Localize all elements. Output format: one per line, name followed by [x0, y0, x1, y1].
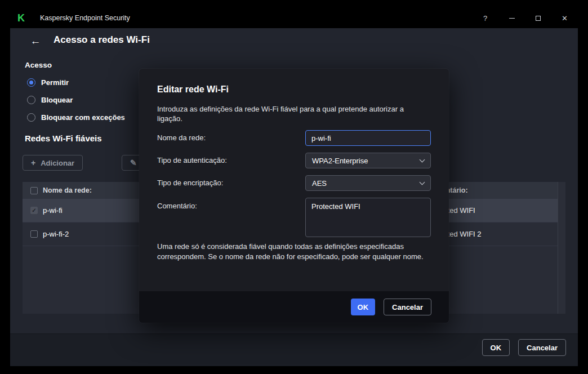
check-icon: ✓: [32, 208, 36, 213]
radio-selected-icon: [27, 78, 35, 87]
minimize-button[interactable]: [498, 8, 525, 28]
radio-label: Bloquear: [41, 96, 73, 104]
titlebar: K Kaspersky Endpoint Security ? ✕: [10, 8, 578, 28]
dialog-note: Uma rede só é considerada fiável quando …: [157, 242, 431, 261]
ok-button[interactable]: OK: [482, 339, 510, 356]
chevron-down-icon: [420, 157, 425, 163]
maximize-icon: [536, 16, 541, 21]
field-auth-type: Tipo de autenticação: WPA2-Enterprise: [157, 153, 431, 168]
encryption-type-select[interactable]: AES: [305, 175, 431, 191]
comment-label: Comentário:: [157, 198, 305, 237]
radio-icon: [27, 96, 35, 104]
radio-label: Permitir: [41, 78, 69, 87]
kaspersky-logo-icon: K: [17, 13, 25, 23]
window-controls: ? ✕: [472, 8, 578, 28]
field-comment: Comentário: Protected WIFI: [157, 198, 431, 237]
close-button[interactable]: ✕: [551, 8, 578, 28]
radio-label: Bloquear com exceções: [41, 113, 125, 122]
edit-wifi-dialog: Editar rede Wi-Fi Introduza as definiçõe…: [139, 69, 449, 323]
dialog-description: Introduza as definições da rede Wi-Fi fi…: [157, 104, 431, 123]
plus-icon: +: [31, 159, 35, 167]
cancel-button[interactable]: Cancelar: [518, 339, 566, 356]
select-all-checkbox[interactable]: [30, 187, 38, 194]
maximize-button[interactable]: [525, 8, 551, 28]
encryption-type-label: Tipo de encriptação:: [157, 175, 305, 191]
window-footer: OK Cancelar: [10, 333, 578, 366]
auth-type-label: Tipo de autenticação:: [157, 153, 305, 168]
dialog-cancel-button[interactable]: Cancelar: [384, 299, 431, 315]
table-scrollbar[interactable]: [558, 182, 565, 314]
auth-type-select[interactable]: WPA2-Enterprise: [305, 153, 431, 168]
access-section-heading: Acesso: [25, 61, 52, 69]
row-checkbox[interactable]: [30, 230, 38, 238]
radio-icon: [27, 113, 35, 122]
encryption-type-value: AES: [312, 179, 327, 188]
page-title: Acesso a redes Wi-Fi: [54, 34, 150, 46]
row-checkbox[interactable]: ✓: [30, 207, 38, 214]
dialog-ok-button[interactable]: OK: [351, 299, 376, 315]
chevron-down-icon: [420, 180, 425, 185]
dialog-footer: OK Cancelar: [139, 291, 449, 323]
help-button[interactable]: ?: [472, 8, 498, 28]
comment-textarea[interactable]: Protected WIFI: [305, 198, 431, 237]
network-name-label: Nome da rede:: [157, 130, 305, 146]
field-encryption-type: Tipo de encriptação: AES: [157, 175, 431, 191]
add-button-label: Adicionar: [41, 159, 74, 167]
back-button[interactable]: ←: [28, 34, 43, 48]
app-title: Kaspersky Endpoint Security: [40, 14, 130, 22]
pencil-icon: ✎: [130, 159, 137, 167]
network-name-input[interactable]: [305, 130, 431, 146]
dialog-title: Editar rede Wi-Fi: [157, 84, 229, 95]
radio-bloquear-excecoes[interactable]: Bloquear com exceções: [27, 112, 125, 123]
auth-type-value: WPA2-Enterprise: [312, 157, 368, 165]
trusted-networks-heading: Redes Wi-Fi fiáveis: [25, 133, 102, 143]
add-network-button[interactable]: + Adicionar: [23, 155, 83, 171]
screen: K Kaspersky Endpoint Security ? ✕ ← Aces…: [0, 0, 588, 374]
minimize-icon: [509, 18, 515, 19]
field-network-name: Nome da rede:: [157, 130, 431, 146]
radio-permitir[interactable]: Permitir: [27, 77, 69, 88]
radio-bloquear[interactable]: Bloquear: [27, 94, 73, 105]
